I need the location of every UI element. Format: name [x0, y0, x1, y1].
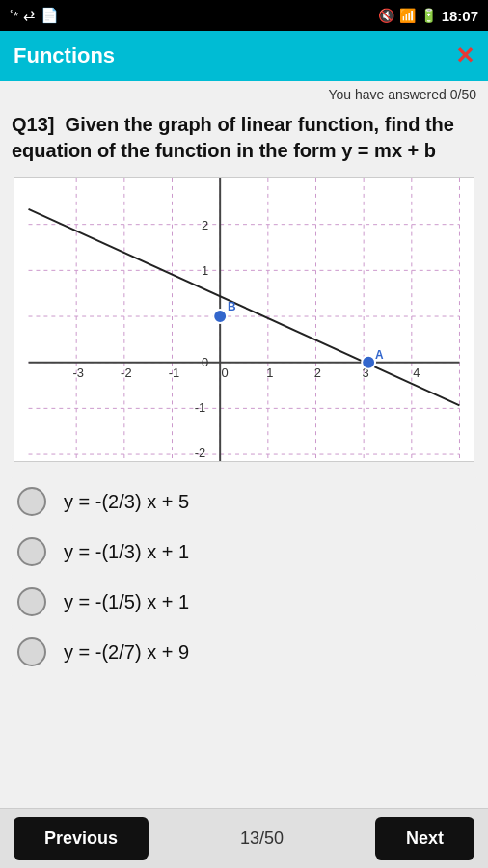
mute-icon: 🔇	[378, 8, 394, 23]
svg-text:2: 2	[202, 218, 208, 232]
status-bar: ʿ* ⇄ 📄 🔇 📶 🔋 18:07	[0, 0, 488, 31]
option-b[interactable]: y = -(1/3) x + 1	[10, 528, 478, 576]
status-right-icons: 🔇 📶 🔋 18:07	[378, 8, 478, 24]
svg-text:-3: -3	[72, 366, 83, 380]
battery-icon: 🔋	[420, 8, 437, 23]
status-left-icons: ʿ* ⇄ 📄	[10, 7, 59, 24]
question-number: Q13]	[12, 114, 54, 135]
app-bar: Functions ✕	[0, 31, 488, 81]
option-a[interactable]: y = -(2/3) x + 5	[10, 477, 478, 526]
content-area: You have answered 0/50 Q13] Given the gr…	[0, 81, 488, 808]
app-title: Functions	[14, 43, 115, 68]
svg-point-34	[362, 356, 375, 369]
time-display: 18:07	[442, 8, 478, 24]
next-button[interactable]: Next	[375, 817, 474, 860]
radio-a	[17, 487, 46, 516]
doc-icon: 📄	[41, 7, 59, 24]
svg-text:-1: -1	[169, 366, 179, 380]
svg-text:1: 1	[202, 263, 208, 278]
graph-container: -3 -2 -1 0 1 2 3 4 2 1 0 -1 -2 B A	[14, 177, 474, 462]
svg-text:B: B	[228, 300, 236, 313]
question-text: Q13] Given the graph of linear function,…	[0, 104, 488, 168]
svg-text:0: 0	[222, 366, 229, 380]
svg-text:4: 4	[413, 366, 420, 380]
page-indicator: 13/50	[240, 828, 284, 849]
options-container: y = -(2/3) x + 5 y = -(1/3) x + 1 y = -(…	[0, 472, 488, 682]
option-d[interactable]: y = -(2/7) x + 9	[10, 628, 478, 676]
option-c[interactable]: y = -(1/5) x + 1	[10, 578, 478, 626]
option-c-label: y = -(1/5) x + 1	[64, 591, 189, 613]
usb-icon: ʿ*	[10, 9, 18, 23]
svg-rect-0	[29, 178, 460, 461]
svg-text:0: 0	[202, 355, 208, 369]
svg-text:1: 1	[266, 366, 273, 380]
svg-text:A: A	[375, 348, 384, 362]
radio-b	[17, 537, 46, 566]
signal-icon: 📶	[399, 8, 416, 23]
svg-text:-2: -2	[195, 446, 205, 460]
question-body: Given the graph of linear function, find…	[12, 114, 454, 161]
previous-button[interactable]: Previous	[14, 817, 149, 860]
option-a-label: y = -(2/3) x + 5	[64, 491, 189, 513]
close-button[interactable]: ✕	[455, 42, 474, 69]
graph-svg: -3 -2 -1 0 1 2 3 4 2 1 0 -1 -2 B A	[14, 178, 474, 461]
option-b-label: y = -(1/3) x + 1	[64, 541, 189, 563]
svg-text:-1: -1	[195, 400, 205, 415]
svg-text:2: 2	[314, 366, 321, 380]
radio-c	[17, 587, 46, 616]
answered-progress: You have answered 0/50	[0, 81, 488, 104]
transfer-icon: ⇄	[23, 7, 36, 24]
option-d-label: y = -(2/7) x + 9	[64, 641, 189, 664]
bottom-bar: Previous 13/50 Next	[0, 808, 488, 868]
radio-d	[17, 637, 46, 666]
svg-text:-2: -2	[121, 366, 131, 380]
svg-point-32	[213, 310, 227, 323]
